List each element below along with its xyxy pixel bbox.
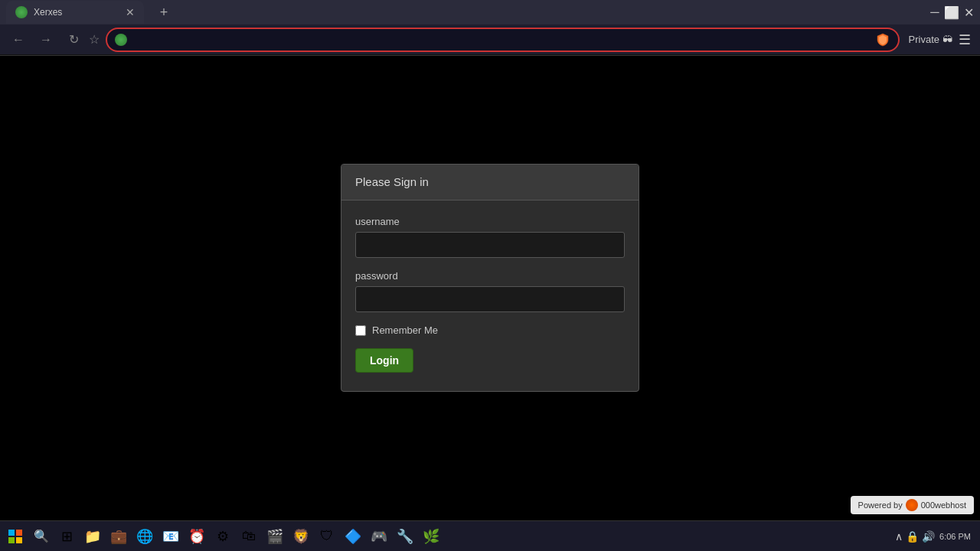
taskbar-brave[interactable]: 🦁 [289,525,312,548]
remember-me-label: Remember Me [372,324,438,336]
taskbar-app1[interactable]: 🔷 [341,525,364,548]
taskbar-outlook[interactable]: 📧 [159,525,182,548]
bookmark-button[interactable]: ☆ [89,32,100,47]
forward-button[interactable]: → [34,28,58,52]
svg-rect-0 [8,530,15,536]
reload-button[interactable]: ↻ [61,28,86,52]
taskbar-store[interactable]: 🛍 [237,525,260,548]
private-label: Private [909,34,939,45]
password-label: password [355,270,625,282]
taskbar-app2[interactable]: 🎮 [368,525,390,548]
taskbar-right: ∧ 🔒 🔊 6:06 PM [895,530,977,543]
taskbar-icons: ⊞ 📁 💼 🌐 📧 ⏰ ⚙ 🛍 🎬 🦁 🛡 🔷 🎮 🔧 🌿 [55,525,893,548]
window-controls: ─ ⬜ ✕ [929,7,974,18]
taskbar-shield[interactable]: 🛡 [315,525,338,548]
tray-volume[interactable]: 🔊 [922,530,935,543]
start-button[interactable] [3,524,28,549]
system-tray: ∧ 🔒 🔊 [895,530,935,543]
username-input[interactable] [355,232,625,258]
password-input[interactable] [355,286,625,312]
webhost-badge: Powered by 000webhost [851,496,974,514]
tab-close-button[interactable]: ✕ [126,6,135,18]
taskbar-settings[interactable]: ⚙ [211,525,234,548]
taskbar-app4[interactable]: 🌿 [420,525,443,548]
login-button[interactable]: Login [355,348,413,373]
taskbar-clock-app[interactable]: ⏰ [185,525,208,548]
taskbar: 🔍 ⊞ 📁 💼 🌐 📧 ⏰ ⚙ 🛍 🎬 🦁 🛡 🔷 🎮 🔧 🌿 ∧ 🔒 🔊 6:… [0,520,980,551]
private-mode-button[interactable]: Private 🕶 [909,34,952,45]
username-label: username [355,216,625,227]
tab-bar: Xerxes ✕ + [6,1,175,24]
login-card-body: username password Remember Me Login [341,201,639,391]
taskbar-briefcase[interactable]: 💼 [107,525,130,548]
address-bar[interactable] [106,28,900,52]
taskbar-app3[interactable]: 🔧 [394,525,416,548]
tab-favicon [15,6,28,18]
login-heading: Please Sign in [355,175,429,188]
back-button[interactable]: ← [6,28,31,52]
browser-tab-active[interactable]: Xerxes ✕ [6,1,144,24]
login-card-header: Please Sign in [341,165,639,201]
webhost-powered-text: Powered by [858,500,903,510]
address-favicon [115,34,127,46]
taskbar-file-explorer[interactable]: 📁 [81,525,104,548]
username-group: username [355,216,625,258]
svg-rect-1 [16,530,22,536]
taskbar-edge[interactable]: 🌐 [133,525,156,548]
maximize-button[interactable]: ⬜ [946,7,957,18]
address-input[interactable] [132,34,871,45]
svg-rect-2 [8,537,15,543]
nav-bar: ← → ↻ ☆ Private 🕶 ☰ [0,24,980,55]
browser-chrome: Xerxes ✕ + ─ ⬜ ✕ ← → ↻ ☆ [0,0,980,56]
page-content: Please Sign in username password Remembe… [0,56,980,500]
brave-shield-icon[interactable] [875,32,890,47]
password-group: password [355,270,625,312]
title-bar-left: Xerxes ✕ + [6,1,175,24]
login-card: Please Sign in username password Remembe… [341,164,639,392]
new-tab-button[interactable]: + [153,2,175,23]
tray-network[interactable]: 🔒 [906,530,919,543]
tray-up-arrow[interactable]: ∧ [895,530,903,543]
remember-me-checkbox[interactable] [355,325,366,336]
system-clock[interactable]: 6:06 PM [939,532,971,541]
title-bar: Xerxes ✕ + ─ ⬜ ✕ [0,0,980,24]
close-button[interactable]: ✕ [963,7,974,18]
taskbar-media[interactable]: 🎬 [263,525,286,548]
taskbar-search-button[interactable]: 🔍 [29,524,54,549]
browser-menu-button[interactable]: ☰ [956,28,974,51]
tab-title: Xerxes [34,7,62,18]
taskbar-task-view[interactable]: ⊞ [55,525,78,548]
private-icon: 🕶 [942,34,952,45]
minimize-button[interactable]: ─ [929,7,940,18]
remember-me-group: Remember Me [355,324,625,336]
webhost-logo-icon [906,499,918,511]
svg-rect-3 [16,537,22,543]
webhost-brand: 000webhost [921,500,966,510]
